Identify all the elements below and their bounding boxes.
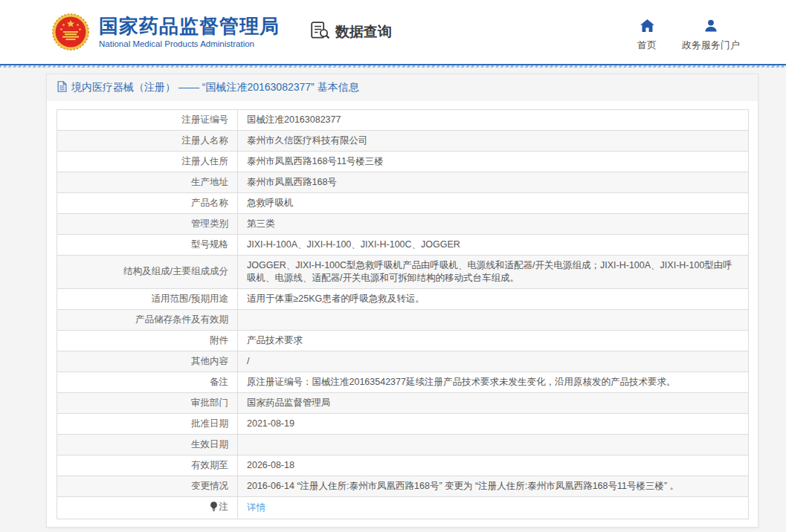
table-row: 结构及组成/主要组成成分JOGGER、JIXI-H-100C型急救呼吸机产品由呼… <box>57 256 749 289</box>
nav-home-label: 首页 <box>637 39 657 52</box>
home-icon <box>640 19 654 35</box>
table-row: 适用范围/预期用途适用于体重≥25KG患者的呼吸急救及转运。 <box>57 288 749 309</box>
org-title: 国家药品监督管理局 <box>99 16 280 38</box>
row-value: 第三类 <box>238 214 749 235</box>
row-label: 变更情况 <box>57 476 238 496</box>
row-value: JIXI-H-100A、JIXI-H-100、JIXI-H-100C、JOGGE… <box>238 235 749 256</box>
row-label: 结构及组成/主要组成成分 <box>57 256 238 289</box>
card-title-bar: 境内医疗器械（注册） —— “国械注准20163082377” 基本信息 <box>47 74 758 101</box>
row-value: 2026-08-18 <box>238 455 749 476</box>
row-label: 有效期至 <box>57 455 238 476</box>
table-row: 变更情况2016-06-14 “注册人住所:泰州市凤凰西路168号” 变更为 “… <box>57 476 749 496</box>
content-card: 境内医疗器械（注册） —— “国械注准20163082377” 基本信息 注册证… <box>46 74 758 528</box>
row-value: 泰州市凤凰西路168号11号楼三楼 <box>238 152 749 172</box>
row-value <box>238 434 749 455</box>
row-value: 急救呼吸机 <box>238 193 749 214</box>
data-query-label: 数据查询 <box>335 22 392 42</box>
table-row: 生效日期 <box>57 434 749 455</box>
header-nav: 首页 政务服务门户 <box>637 12 740 52</box>
national-emblem-icon <box>52 13 89 51</box>
row-value: 泰州市久信医疗科技有限公司 <box>238 131 749 152</box>
table-row: 注册人名称泰州市久信医疗科技有限公司 <box>57 131 749 152</box>
nav-portal-label: 政务服务门户 <box>682 39 740 52</box>
row-label: 审批部门 <box>57 392 238 413</box>
document-icon <box>57 81 67 95</box>
row-value: 2016-06-14 “注册人住所:泰州市凤凰西路168号” 变更为 “注册人住… <box>238 476 749 496</box>
table-row: 批准日期2021-08-19 <box>57 413 749 434</box>
row-label: 注册人名称 <box>57 131 238 152</box>
row-label: 生效日期 <box>57 434 238 455</box>
detail-link[interactable]: 详情 <box>247 502 265 513</box>
row-label: 产品储存条件及有效期 <box>57 309 238 330</box>
row-value <box>238 309 749 330</box>
table-row: 附件产品技术要求 <box>57 330 749 351</box>
row-label: 附件 <box>57 330 238 351</box>
row-label: 型号规格 <box>57 235 238 256</box>
brand: 国家药品监督管理局 National Medical Products Admi… <box>52 13 280 51</box>
row-label: 批准日期 <box>57 413 238 434</box>
row-value: / <box>238 351 749 372</box>
row-value: 国械注准20163082377 <box>238 110 749 131</box>
document-search-icon <box>311 22 331 43</box>
table-row: 注详情 <box>57 496 749 519</box>
row-value: 产品技术要求 <box>238 330 749 351</box>
nav-home[interactable]: 首页 <box>637 19 657 52</box>
info-table: 注册证编号国械注准20163082377注册人名称泰州市久信医疗科技有限公司注册… <box>57 109 749 519</box>
table-row: 备注原注册证编号：国械注准20163542377延续注册产品技术要求未发生变化，… <box>57 372 749 392</box>
user-icon <box>704 19 718 35</box>
brand-text: 国家药品监督管理局 National Medical Products Admi… <box>99 16 280 48</box>
row-value: 国家药品监督管理局 <box>238 392 749 413</box>
table-row: 型号规格JIXI-H-100A、JIXI-H-100、JIXI-H-100C、J… <box>57 235 749 256</box>
table-row: 注册人住所泰州市凤凰西路168号11号楼三楼 <box>57 152 749 172</box>
row-value: JOGGER、JIXI-H-100C型急救呼吸机产品由呼吸机、电源线和适配器/开… <box>238 256 749 289</box>
table-row: 管理类别第三类 <box>57 214 749 235</box>
info-table-body: 注册证编号国械注准20163082377注册人名称泰州市久信医疗科技有限公司注册… <box>57 110 749 519</box>
row-label: 产品名称 <box>57 193 238 214</box>
table-row: 注册证编号国械注准20163082377 <box>57 110 749 131</box>
table-wrap: 注册证编号国械注准20163082377注册人名称泰州市久信医疗科技有限公司注册… <box>47 101 758 527</box>
table-row: 审批部门国家药品监督管理局 <box>57 392 749 413</box>
row-label: 备注 <box>57 372 238 392</box>
header: 国家药品监督管理局 National Medical Products Admi… <box>0 0 786 64</box>
row-value: 原注册证编号：国械注准20163542377延续注册产品技术要求未发生变化，沿用… <box>238 372 749 392</box>
row-label: 注 <box>57 496 238 519</box>
page-title: 境内医疗器械（注册） —— “国械注准20163082377” 基本信息 <box>71 81 359 94</box>
table-row: 产品名称急救呼吸机 <box>57 193 749 214</box>
header-divider <box>0 64 786 68</box>
row-value: 2021-08-19 <box>238 413 749 434</box>
row-value: 详情 <box>238 496 749 519</box>
lightbulb-icon <box>210 502 218 515</box>
table-row: 有效期至2026-08-18 <box>57 455 749 476</box>
table-row: 其他内容/ <box>57 351 749 372</box>
row-label: 适用范围/预期用途 <box>57 288 238 309</box>
table-row: 产品储存条件及有效期 <box>57 309 749 330</box>
data-query-tab[interactable]: 数据查询 <box>311 22 392 43</box>
row-label: 注册人住所 <box>57 152 238 172</box>
org-subtitle: National Medical Products Administration <box>99 39 280 48</box>
nav-portal[interactable]: 政务服务门户 <box>682 19 740 52</box>
row-label: 生产地址 <box>57 172 238 193</box>
row-value: 适用于体重≥25KG患者的呼吸急救及转运。 <box>238 288 749 309</box>
row-label: 管理类别 <box>57 214 238 235</box>
table-row: 生产地址泰州市凤凰西路168号 <box>57 172 749 193</box>
row-label: 注册证编号 <box>57 110 238 131</box>
row-value: 泰州市凤凰西路168号 <box>238 172 749 193</box>
row-label: 其他内容 <box>57 351 238 372</box>
